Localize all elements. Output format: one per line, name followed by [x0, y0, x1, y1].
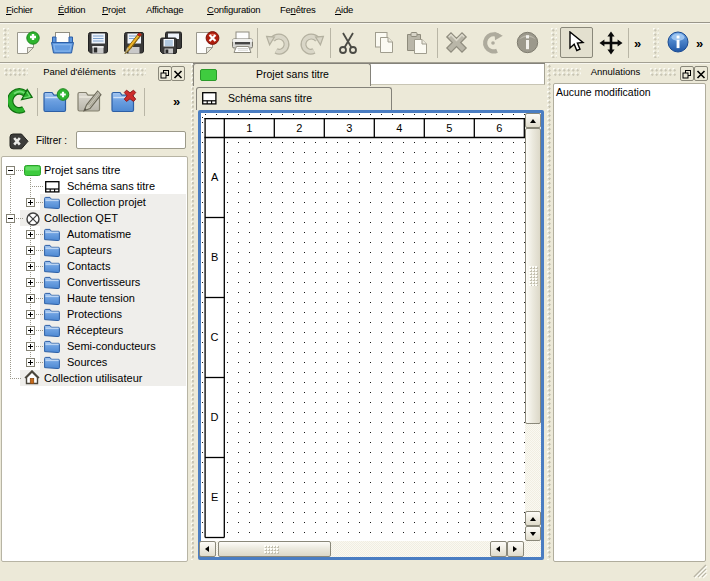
svg-text:E: E	[211, 491, 218, 503]
svg-text:D: D	[211, 411, 219, 423]
svg-text:4: 4	[396, 122, 402, 134]
svg-text:2: 2	[296, 122, 302, 134]
svg-text:5: 5	[446, 122, 452, 134]
svg-text:1: 1	[246, 122, 252, 134]
svg-text:C: C	[211, 331, 219, 343]
svg-text:B: B	[211, 251, 218, 263]
svg-text:6: 6	[496, 122, 502, 134]
svg-text:A: A	[211, 171, 219, 183]
svg-text:3: 3	[346, 122, 352, 134]
